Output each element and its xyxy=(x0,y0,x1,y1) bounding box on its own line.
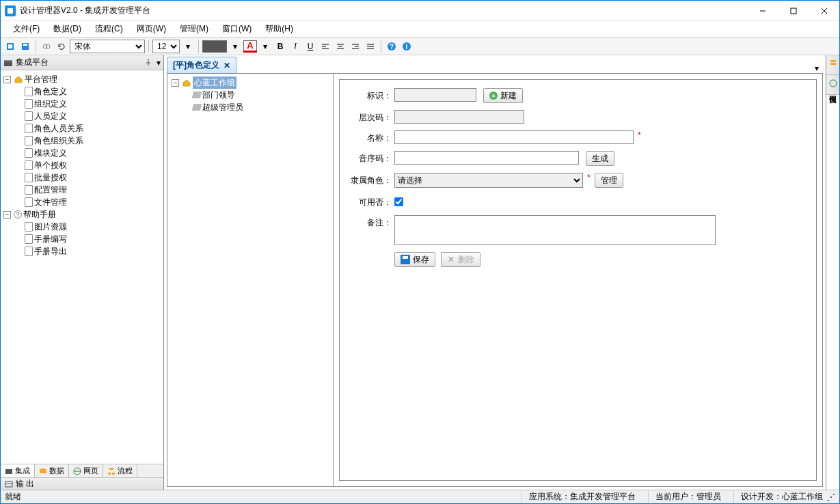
collapse-icon[interactable]: − xyxy=(3,211,11,219)
tree-item[interactable]: 组织定义 xyxy=(14,98,162,110)
svg-rect-30 xyxy=(40,470,46,473)
spell-field[interactable] xyxy=(394,151,579,165)
tag-icon xyxy=(192,92,202,98)
panel-dropdown-icon[interactable]: ▾ xyxy=(157,58,161,68)
align-justify-icon[interactable] xyxy=(364,40,377,53)
tree-item[interactable]: 批量授权 xyxy=(14,171,162,184)
right-tab-system-props[interactable]: 系统属性 xyxy=(826,55,839,75)
file-icon xyxy=(25,87,33,96)
sidebar-tab-integration[interactable]: 集成 xyxy=(1,464,35,477)
collapse-icon[interactable]: − xyxy=(172,79,179,87)
right-tab-web-props[interactable]: 网页属性 xyxy=(826,75,839,95)
tree-item[interactable]: 角色定义 xyxy=(14,85,162,98)
menu-file[interactable]: 文件(F) xyxy=(6,21,46,37)
role-tree-item[interactable]: 超级管理员 xyxy=(182,101,330,113)
svg-rect-33 xyxy=(109,468,113,470)
app-icon xyxy=(5,5,16,16)
generate-button[interactable]: 生成 xyxy=(586,151,614,166)
menu-flow[interactable]: 流程(C) xyxy=(88,21,130,37)
sidebar-tab-web[interactable]: 网页 xyxy=(69,464,103,477)
role-tree: − 心蓝工作组 部门领导 超级管理员 xyxy=(167,74,334,486)
collapse-icon[interactable]: − xyxy=(3,76,11,83)
bold-button[interactable]: B xyxy=(273,40,287,53)
save-button[interactable]: 保存 xyxy=(394,252,435,267)
tree-item[interactable]: 配置管理 xyxy=(14,184,162,196)
menu-data[interactable]: 数据(D) xyxy=(46,21,88,37)
save-icon[interactable] xyxy=(18,40,32,53)
menu-manage[interactable]: 管理(M) xyxy=(173,21,215,37)
doc-tab-role-def[interactable]: [平]角色定义 ✕ xyxy=(167,57,236,73)
pin-icon[interactable] xyxy=(144,58,154,68)
role-tree-item[interactable]: 部门领导 xyxy=(182,89,330,101)
sidebar-tab-data[interactable]: 数据 xyxy=(35,464,69,477)
svg-rect-27 xyxy=(4,60,12,61)
font-color-button[interactable]: A xyxy=(243,40,257,53)
menu-window[interactable]: 窗口(W) xyxy=(215,21,258,37)
info-icon[interactable]: i xyxy=(400,40,414,53)
required-mark: * xyxy=(587,173,591,182)
font-size-select[interactable]: 12 xyxy=(152,40,180,53)
parent-role-select[interactable]: 请选择 xyxy=(394,173,583,188)
bg-color-swatch[interactable] xyxy=(202,40,227,53)
id-field xyxy=(394,88,476,102)
tree-node-platform[interactable]: −平台管理 xyxy=(3,73,162,85)
link-icon[interactable] xyxy=(40,40,53,53)
menu-web[interactable]: 网页(W) xyxy=(130,21,173,37)
size-down-icon[interactable]: ▾ xyxy=(181,40,195,53)
sidebar-header: 集成平台 ▾ xyxy=(1,55,163,70)
file-icon xyxy=(25,173,33,182)
tree-item[interactable]: 单个授权 xyxy=(14,159,162,171)
status-grip-icon[interactable]: ⋰ xyxy=(827,492,835,502)
output-icon xyxy=(5,480,13,488)
tree-item[interactable]: 模块定义 xyxy=(14,147,162,159)
new-button[interactable]: +新建 xyxy=(483,88,523,103)
tree-item[interactable]: 人员定义 xyxy=(14,110,162,122)
tab-close-icon[interactable]: ✕ xyxy=(223,61,230,70)
svg-text:i: i xyxy=(406,43,408,51)
tree-item[interactable]: 图片资源 xyxy=(14,221,162,233)
italic-button[interactable]: I xyxy=(288,40,302,53)
tree-item[interactable]: 角色组织关系 xyxy=(14,135,162,147)
underline-button[interactable]: U xyxy=(303,40,317,53)
maximize-button[interactable] xyxy=(778,1,809,20)
required-mark: * xyxy=(638,130,641,140)
font-name-select[interactable]: 宋体 xyxy=(70,40,145,53)
label-id: 标识： xyxy=(349,88,394,102)
manage-button[interactable]: 管理 xyxy=(595,173,623,188)
new-icon[interactable] xyxy=(3,40,17,53)
help-icon[interactable]: ? xyxy=(385,40,398,53)
tab-list-dropdown-icon[interactable]: ▾ xyxy=(811,64,823,73)
minimize-button[interactable] xyxy=(747,1,778,20)
svg-rect-1 xyxy=(791,8,796,14)
name-field[interactable] xyxy=(394,130,634,144)
sidebar-tabs: 集成 数据 网页 流程 xyxy=(1,464,163,477)
align-left-icon[interactable] xyxy=(319,40,332,53)
window-title: 设计管理器V2.0 - 集成开发管理平台 xyxy=(20,5,747,16)
tree-item[interactable]: 手册编写 xyxy=(14,233,162,245)
label-level: 层次码： xyxy=(349,110,394,124)
delete-button[interactable]: ✕删除 xyxy=(441,252,480,267)
output-panel-header[interactable]: 输 出 xyxy=(1,477,163,490)
menu-help[interactable]: 帮助(H) xyxy=(258,21,300,37)
svg-point-9 xyxy=(46,44,50,48)
file-icon xyxy=(25,160,33,170)
align-right-icon[interactable] xyxy=(349,40,362,53)
enabled-checkbox[interactable] xyxy=(394,197,403,206)
font-color-dropdown-icon[interactable]: ▾ xyxy=(258,40,272,53)
tree-item[interactable]: 手册导出 xyxy=(14,245,162,257)
tree-item[interactable]: 文件管理 xyxy=(14,196,162,208)
status-user: 当前用户：管理员 xyxy=(648,491,721,503)
refresh-icon[interactable] xyxy=(55,40,68,53)
align-center-icon[interactable] xyxy=(334,40,347,53)
color-dropdown-icon[interactable]: ▾ xyxy=(228,40,242,53)
close-button[interactable] xyxy=(809,1,839,20)
tree-item[interactable]: 角色人员关系 xyxy=(14,122,162,135)
sidebar-tab-flow[interactable]: 流程 xyxy=(103,464,137,477)
tree-node-help[interactable]: −?帮助手册 xyxy=(3,208,162,221)
remark-textarea[interactable] xyxy=(394,215,716,245)
props-icon xyxy=(829,59,837,68)
svg-rect-5 xyxy=(8,44,12,48)
toolbar: 宋体 12 ▾ ▾ A ▾ B I U ? i xyxy=(1,38,839,55)
svg-rect-28 xyxy=(5,469,12,474)
role-tree-root[interactable]: − 心蓝工作组 xyxy=(172,76,330,89)
